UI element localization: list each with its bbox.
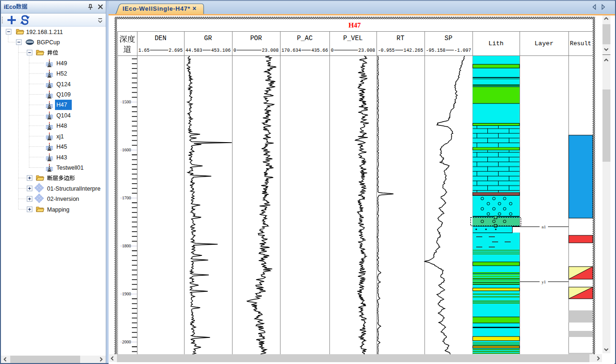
svg-text:Result: Result (570, 40, 591, 47)
svg-text:1500: 1500 (122, 100, 131, 104)
svg-text:H43: H43 (56, 154, 67, 161)
svg-text:H52: H52 (56, 70, 67, 77)
svg-text:Testwell01: Testwell01 (56, 165, 83, 171)
svg-text:H47: H47 (56, 102, 67, 108)
svg-text:-0.955: -0.955 (378, 48, 395, 53)
svg-text:0: 0 (331, 48, 334, 53)
svg-text:y1: y1 (542, 280, 546, 284)
svg-text:192.168.1.211: 192.168.1.211 (26, 29, 63, 35)
svg-text:0: 0 (233, 48, 236, 53)
svg-text:DEN: DEN (155, 34, 166, 42)
svg-text:-95.158: -95.158 (426, 48, 445, 53)
svg-text:1600: 1600 (122, 148, 131, 152)
svg-text:BGPCup: BGPCup (37, 39, 60, 46)
svg-text:P_AC: P_AC (297, 34, 313, 42)
svg-text:Q104: Q104 (56, 112, 71, 119)
svg-text:Mapping: Mapping (47, 206, 69, 213)
svg-text:xj1: xj1 (56, 133, 64, 140)
svg-text:SP: SP (445, 34, 452, 42)
svg-text:H47: H47 (349, 21, 361, 29)
svg-text:44.583: 44.583 (185, 48, 202, 53)
svg-text:02-Inversion: 02-Inversion (47, 196, 79, 202)
svg-text:1.65: 1.65 (138, 48, 150, 53)
svg-text:435.66: 435.66 (311, 48, 328, 53)
svg-text:170.634: 170.634 (281, 48, 301, 53)
svg-text:142.265: 142.265 (404, 48, 423, 53)
svg-text:-1.097: -1.097 (454, 48, 471, 53)
svg-text:Q124: Q124 (56, 81, 71, 88)
svg-text:23.008: 23.008 (358, 48, 375, 53)
svg-text:2000: 2000 (122, 340, 131, 344)
svg-text:n1: n1 (542, 225, 546, 229)
svg-text:POR: POR (250, 34, 262, 42)
svg-text:1700: 1700 (122, 196, 131, 200)
svg-text:01-StructuralInterpre: 01-StructuralInterpre (47, 185, 101, 192)
svg-text:H45: H45 (56, 144, 67, 150)
svg-text:453.106: 453.106 (211, 48, 231, 53)
svg-text:RT: RT (397, 34, 404, 42)
svg-text:Q109: Q109 (56, 91, 71, 98)
svg-text:2.695: 2.695 (169, 48, 183, 53)
svg-text:H48: H48 (56, 123, 67, 129)
svg-text:Lith: Lith (488, 40, 503, 47)
svg-text:GR: GR (204, 34, 212, 42)
svg-text:1800: 1800 (122, 244, 131, 248)
svg-text:Layer: Layer (534, 40, 554, 47)
svg-text:P_VEL: P_VEL (343, 34, 363, 42)
svg-text:23.008: 23.008 (262, 48, 279, 53)
svg-text:H49: H49 (56, 60, 67, 67)
svg-text:1900: 1900 (122, 292, 131, 296)
